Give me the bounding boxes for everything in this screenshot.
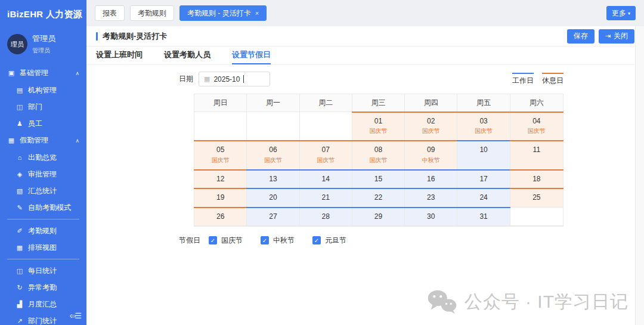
- calendar-holiday-label: 中秋节: [405, 156, 457, 165]
- holiday-option-label: 元旦节: [325, 236, 346, 246]
- window-tab-label: 报表: [103, 8, 117, 18]
- checkbox-checked-icon[interactable]: ✓: [209, 236, 217, 244]
- calendar-cell[interactable]: 11: [510, 141, 563, 169]
- calendar-cell[interactable]: 13: [247, 170, 299, 188]
- calendar-cell: [300, 112, 352, 141]
- sidebar-item-label: 考勤规则: [28, 226, 57, 236]
- calendar-cell[interactable]: 29: [352, 208, 405, 226]
- sidebar-item-汇总统计[interactable]: ▧汇总统计: [0, 182, 86, 199]
- calendar-icon: ▦: [16, 244, 24, 252]
- legend-work[interactable]: 工作日: [512, 73, 534, 86]
- calendar-cell[interactable]: 18: [510, 170, 563, 188]
- legend-rest[interactable]: 休息日: [542, 73, 564, 86]
- window-tab[interactable]: 考勤规则: [130, 5, 174, 21]
- calendar-cell[interactable]: 16: [405, 170, 457, 188]
- holiday-checkbox-中秋节[interactable]: ✓中秋节: [261, 236, 295, 246]
- window-tab-strip: 报表考勤规则考勤规则 - 灵活打卡× 更多 ▾: [86, 0, 644, 26]
- calendar-cell[interactable]: 05国庆节: [194, 141, 247, 169]
- calendar-cell[interactable]: 30: [405, 208, 457, 226]
- more-button[interactable]: 更多 ▾: [606, 6, 636, 20]
- calendar-cell[interactable]: 02国庆节: [405, 112, 457, 141]
- calendar-day-number: 26: [194, 212, 246, 221]
- calendar-cell[interactable]: 01国庆节: [352, 112, 405, 141]
- calendar-day-number: 28: [300, 212, 352, 221]
- tab-设置节假日[interactable]: 设置节假日: [232, 47, 271, 64]
- line-chart-icon: ↗: [16, 317, 24, 325]
- sidebar-item-假勤管理[interactable]: ▦假勤管理∧: [0, 132, 86, 149]
- calendar-cell[interactable]: 31: [457, 208, 510, 226]
- sidebar-item-基础管理[interactable]: ▣基础管理∧: [0, 64, 86, 82]
- save-button-label: 保存: [574, 31, 588, 41]
- calendar-cell[interactable]: 03国庆节: [457, 112, 510, 141]
- user-icon: ♟: [16, 120, 24, 128]
- calendar-cell[interactable]: 09中秋节: [405, 141, 457, 169]
- holiday-checkbox-元旦节[interactable]: ✓元旦节: [312, 236, 346, 246]
- sidebar-item-异常考勤[interactable]: ↻异常考勤: [0, 279, 86, 296]
- calendar-cell[interactable]: 22: [352, 188, 405, 207]
- sidebar-item-自助考勤模式[interactable]: ✎自助考勤模式: [0, 199, 86, 216]
- calendar-cell[interactable]: 10: [457, 141, 510, 169]
- calendar-cell: [247, 112, 299, 141]
- sidebar-divider: [7, 219, 79, 219]
- calendar-day-number: 04: [510, 117, 563, 125]
- calendar-cell[interactable]: 14: [300, 170, 352, 188]
- bar-chart-icon: ▟: [16, 301, 24, 308]
- calendar-cell[interactable]: 19: [194, 188, 247, 207]
- checkbox-checked-icon[interactable]: ✓: [261, 236, 269, 244]
- tab-设置上班时间[interactable]: 设置上班时间: [96, 47, 143, 64]
- date-input[interactable]: ▦ 2025-10: [199, 72, 270, 86]
- calendar-cell[interactable]: 08国庆节: [352, 141, 405, 169]
- sidebar-item-考勤规则[interactable]: ✐考勤规则: [0, 222, 86, 239]
- calendar-holiday-label: 国庆节: [510, 127, 563, 135]
- avatar: 理员: [7, 34, 27, 54]
- calendar-cell[interactable]: 12: [194, 170, 247, 188]
- holiday-checkbox-国庆节[interactable]: ✓国庆节: [209, 236, 243, 246]
- user-profile[interactable]: 理员 管理员 管理员: [0, 26, 86, 64]
- sidebar-item-部门[interactable]: ◫部门: [0, 98, 86, 115]
- menu-fold-icon[interactable]: ⇦☰: [69, 311, 80, 320]
- calendar-cell[interactable]: 27: [247, 208, 299, 226]
- calendar-weekday: 周三: [352, 94, 405, 112]
- sidebar-item-月度汇总[interactable]: ▟月度汇总: [0, 296, 86, 312]
- main-area: 报表考勤规则考勤规则 - 灵活打卡× 更多 ▾ 考勤规则-灵活打卡 保存 ⇥ 关…: [86, 0, 644, 325]
- window-tab[interactable]: 考勤规则 - 灵活打卡×: [179, 5, 267, 21]
- sidebar-item-出勤总览[interactable]: ⌂出勤总览: [0, 149, 86, 166]
- user-info: 管理员 管理员: [32, 33, 55, 55]
- checkbox-checked-icon[interactable]: ✓: [312, 236, 321, 244]
- tab-设置考勤人员[interactable]: 设置考勤人员: [164, 47, 210, 64]
- calendar-day-number: 20: [247, 193, 299, 202]
- sidebar-item-label: 月度汇总: [28, 299, 57, 309]
- app-logo: iBizEHR 人力资源: [0, 0, 86, 26]
- calendar-cell[interactable]: 21: [300, 188, 352, 207]
- picture-icon: ▧: [16, 187, 24, 195]
- sidebar-item-label: 部门: [28, 102, 42, 112]
- sidebar-item-审批管理[interactable]: ◈审批管理: [0, 166, 86, 182]
- calendar-cell[interactable]: 15: [352, 170, 405, 188]
- save-button[interactable]: 保存: [567, 29, 595, 44]
- calendar-holiday-label: 国庆节: [300, 156, 352, 165]
- calendar-day-number: 30: [405, 212, 457, 221]
- calendar-day-number: 13: [247, 175, 299, 183]
- calendar-cell[interactable]: 07国庆节: [300, 141, 352, 169]
- calendar-cell[interactable]: 25: [510, 188, 563, 207]
- calendar-cell[interactable]: 24: [457, 188, 510, 207]
- calendar-cell[interactable]: 26: [194, 208, 247, 226]
- close-button[interactable]: ⇥ 关闭: [599, 29, 634, 44]
- chevron-up-icon: ∧: [75, 138, 79, 144]
- window-tab[interactable]: 报表: [95, 5, 125, 21]
- calendar-cell[interactable]: 06国庆节: [247, 141, 299, 169]
- calendar-cell[interactable]: 28: [300, 208, 352, 226]
- calendar-cell[interactable]: 23: [405, 188, 457, 207]
- calendar-cell[interactable]: 17: [457, 170, 510, 188]
- sidebar-item-每日统计[interactable]: ◫每日统计: [0, 262, 86, 279]
- user-name: 管理员: [32, 33, 55, 44]
- card-icon: ◫: [16, 103, 24, 111]
- vertical-scrollbar[interactable]: [635, 26, 644, 325]
- sidebar-item-机构管理[interactable]: ▤机构管理: [0, 82, 86, 98]
- calendar-cell[interactable]: 04国庆节: [510, 112, 563, 141]
- sidebar-item-员工[interactable]: ♟员工: [0, 115, 86, 132]
- sidebar-item-排班视图[interactable]: ▦排班视图: [0, 239, 86, 256]
- close-tab-icon[interactable]: ×: [255, 10, 259, 17]
- calendar-cell[interactable]: 20: [247, 188, 299, 207]
- calendar-day-number: 24: [457, 193, 509, 202]
